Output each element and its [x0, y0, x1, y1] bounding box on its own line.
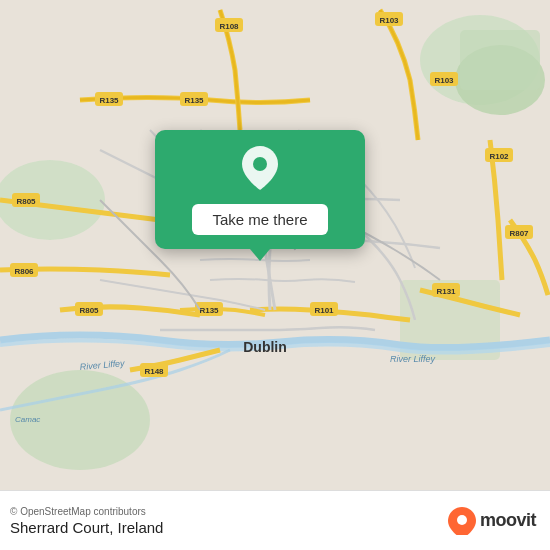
- svg-text:R805: R805: [79, 306, 99, 315]
- attribution-text: © OpenStreetMap contributors: [10, 506, 163, 517]
- svg-text:R807: R807: [509, 229, 529, 238]
- svg-rect-3: [460, 30, 540, 90]
- svg-text:R131: R131: [436, 287, 456, 296]
- svg-text:R148: R148: [144, 367, 164, 376]
- svg-text:Camac: Camac: [15, 415, 40, 424]
- bottom-left: © OpenStreetMap contributors Sherrard Co…: [10, 506, 163, 536]
- svg-text:R103: R103: [434, 76, 454, 85]
- svg-text:R135: R135: [184, 96, 204, 105]
- svg-text:R135: R135: [99, 96, 119, 105]
- svg-text:Dublin: Dublin: [243, 339, 287, 355]
- svg-text:River Liffey: River Liffey: [390, 354, 436, 364]
- svg-text:R135: R135: [199, 306, 219, 315]
- moovit-logo: moovit: [448, 507, 536, 535]
- bottom-bar: © OpenStreetMap contributors Sherrard Co…: [0, 490, 550, 550]
- moovit-brand-text: moovit: [480, 510, 536, 531]
- svg-text:R103: R103: [379, 16, 399, 25]
- location-name: Sherrard Court, Ireland: [10, 519, 163, 536]
- location-pin-icon: [242, 146, 278, 194]
- moovit-icon: [448, 507, 476, 535]
- svg-text:R101: R101: [314, 306, 334, 315]
- svg-text:R805: R805: [16, 197, 36, 206]
- svg-text:R806: R806: [14, 267, 34, 276]
- take-me-there-button[interactable]: Take me there: [192, 204, 327, 235]
- svg-text:R102: R102: [489, 152, 509, 161]
- svg-point-39: [253, 157, 267, 171]
- svg-point-40: [457, 515, 467, 525]
- popup-card: Take me there: [155, 130, 365, 249]
- map-container: River Liffey River Liffey Camac R135 R13…: [0, 0, 550, 490]
- svg-text:R108: R108: [219, 22, 239, 31]
